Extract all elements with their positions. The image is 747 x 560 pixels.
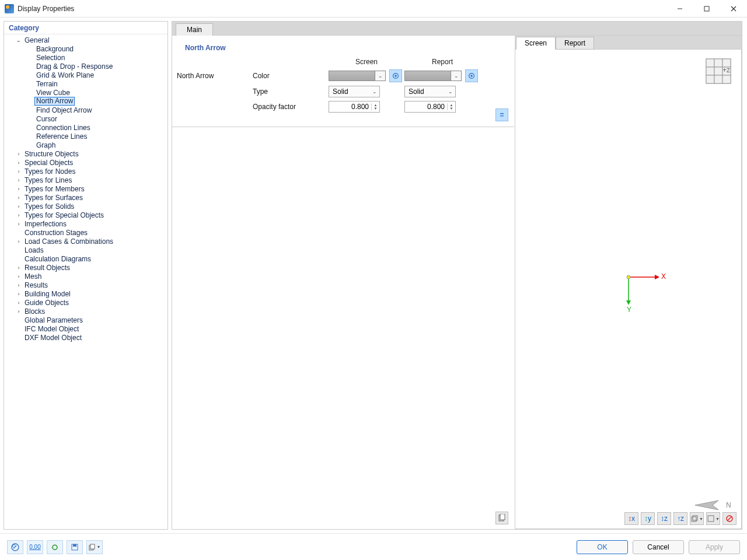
color-report-pick-icon[interactable] [465, 69, 478, 82]
tree-item-label[interactable]: Guide Objects [23, 299, 71, 307]
tree-item-label[interactable]: Global Parameters [23, 316, 85, 324]
tree-item-label[interactable]: Results [23, 281, 50, 289]
tree-item[interactable]: View Cube [6, 88, 167, 97]
tree-item-label[interactable]: Building Model [23, 290, 72, 298]
tree-item-label[interactable]: North Arrow [34, 97, 75, 106]
tree-item-label[interactable]: Reference Lines [34, 132, 89, 141]
copy-dropdown-icon[interactable]: ▼ [86, 540, 103, 554]
tree-item[interactable]: ›Types for Members [6, 184, 167, 193]
tree-item-label[interactable]: Cursor [34, 115, 59, 123]
view-reset-button[interactable] [722, 512, 736, 525]
tree-item[interactable]: Global Parameters [6, 316, 167, 324]
chevron-right-icon[interactable]: › [15, 151, 23, 157]
help-icon[interactable] [7, 540, 23, 554]
tree-item-label[interactable]: Types for Surfaces [23, 194, 85, 202]
tree-item-label[interactable]: Structure Objects [23, 150, 81, 158]
tree-item[interactable]: Calculation Diagrams [6, 254, 167, 263]
tree-item[interactable]: Terrain [6, 79, 167, 88]
tree-item-label[interactable]: Find Object Arrow [34, 106, 93, 114]
tree-item-label[interactable]: Construction Stages [23, 229, 89, 237]
color-screen-dropdown[interactable]: ⌄ [375, 71, 386, 81]
tree-item[interactable]: DXF Model Object [6, 333, 167, 342]
chevron-right-icon[interactable]: › [15, 212, 23, 218]
chevron-right-icon[interactable]: › [15, 186, 23, 192]
view-minus-z-button[interactable]: ↕z [657, 512, 671, 525]
type-screen-select[interactable]: Solid⌄ [329, 86, 380, 97]
tree-item[interactable]: ›Guide Objects [6, 298, 167, 307]
tree-item-label[interactable]: Types for Nodes [23, 167, 77, 176]
copy-settings-icon[interactable] [495, 512, 508, 524]
tree-item[interactable]: ›Results [6, 281, 167, 289]
cancel-button[interactable]: Cancel [633, 540, 684, 554]
tree-item[interactable]: ›Structure Objects [6, 149, 167, 158]
tree-item-label[interactable]: Grid & Work Plane [34, 71, 96, 79]
tree-item-label[interactable]: IFC Model Object [23, 325, 81, 333]
color-screen-swatch[interactable] [329, 71, 375, 81]
tree-item-label[interactable]: Mesh [23, 272, 43, 281]
sync-columns-button[interactable]: = [495, 108, 508, 121]
tree-item-label[interactable]: Types for Members [23, 185, 86, 193]
chevron-right-icon[interactable]: › [15, 291, 23, 297]
tree-item[interactable]: Selection [6, 53, 167, 62]
view-plus-z-button[interactable]: ↑z [673, 512, 687, 525]
tree-item[interactable]: ›Special Objects [6, 158, 167, 167]
tree-item-label[interactable]: Blocks [23, 307, 47, 316]
units-icon[interactable]: 0,00 [27, 540, 43, 554]
tree-item[interactable]: ›Types for Nodes [6, 167, 167, 176]
chevron-right-icon[interactable]: › [15, 221, 23, 227]
tree-item-label[interactable]: Types for Lines [23, 176, 74, 184]
tree-item[interactable]: ›Types for Special Objects [6, 211, 167, 219]
save-icon[interactable] [67, 540, 83, 554]
refresh-icon[interactable] [47, 540, 63, 554]
tree-item-label[interactable]: Types for Special Objects [23, 211, 106, 219]
view-iso-button[interactable]: ▼ [690, 512, 704, 525]
tree-item[interactable]: ›Load Cases & Combinations [6, 237, 167, 246]
tab-main[interactable]: Main [176, 23, 213, 36]
preview-tab-report[interactable]: Report [556, 37, 594, 50]
tree-item-label[interactable]: Load Cases & Combinations [23, 237, 115, 246]
tree-item[interactable]: Grid & Work Plane [6, 71, 167, 79]
chevron-down-icon[interactable]: ⌄ [15, 37, 23, 43]
viewcube-icon[interactable]: +z [705, 58, 732, 85]
tree-item[interactable]: Drag & Drop - Response [6, 62, 167, 71]
close-button[interactable] [720, 0, 747, 18]
tree-item-label[interactable]: DXF Model Object [23, 334, 83, 342]
view-minus-y-button[interactable]: ↕y [641, 512, 655, 525]
chevron-right-icon[interactable]: › [15, 265, 23, 271]
maximize-button[interactable] [693, 0, 720, 18]
opacity-report-spinner[interactable]: 0.800 ▲▼ [404, 101, 456, 113]
tree-item[interactable]: ›Types for Surfaces [6, 193, 167, 202]
apply-button[interactable]: Apply [689, 540, 740, 554]
tree-item-label[interactable]: Terrain [34, 80, 60, 88]
tree-item[interactable]: North Arrow [6, 97, 167, 106]
category-tree[interactable]: ⌄GeneralBackgroundSelectionDrag & Drop -… [4, 34, 167, 529]
chevron-right-icon[interactable]: › [15, 274, 23, 279]
tree-item-label[interactable]: Background [34, 45, 75, 53]
tree-item[interactable]: Cursor [6, 114, 167, 123]
tree-item[interactable]: Graph [6, 141, 167, 149]
preview-viewport[interactable]: +z X Y N [515, 50, 742, 529]
tree-item[interactable]: ›Types for Solids [6, 202, 167, 211]
tree-item-label[interactable]: View Cube [34, 89, 72, 97]
chevron-right-icon[interactable]: › [15, 300, 23, 306]
chevron-right-icon[interactable]: › [15, 309, 23, 314]
chevron-right-icon[interactable]: › [15, 177, 23, 183]
preview-tab-screen[interactable]: Screen [516, 37, 556, 50]
color-report-dropdown[interactable]: ⌄ [451, 71, 462, 81]
tree-item-label[interactable]: Drag & Drop - Response [34, 62, 114, 71]
chevron-right-icon[interactable]: › [15, 204, 23, 209]
chevron-right-icon[interactable]: › [15, 160, 23, 166]
tree-item[interactable]: ›Result Objects [6, 263, 167, 272]
tree-item-label[interactable]: Types for Solids [23, 202, 76, 211]
view-box-button[interactable]: ▼ [706, 512, 720, 525]
tree-item[interactable]: Connection Lines [6, 123, 167, 132]
tree-item[interactable]: ⌄General [6, 36, 167, 44]
chevron-right-icon[interactable]: › [15, 195, 23, 201]
tree-item[interactable]: ›Types for Lines [6, 176, 167, 184]
chevron-right-icon[interactable]: › [15, 239, 23, 244]
color-screen-pick-icon[interactable] [389, 69, 402, 82]
chevron-right-icon[interactable]: › [15, 282, 23, 288]
minimize-button[interactable] [666, 0, 693, 18]
tree-item-label[interactable]: Special Objects [23, 159, 75, 167]
tree-item[interactable]: ›Imperfections [6, 219, 167, 228]
